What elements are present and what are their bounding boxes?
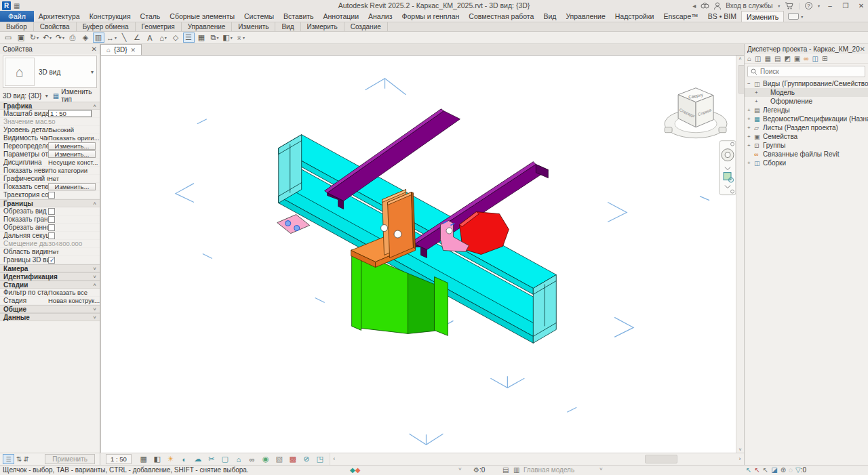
ribbon-tab[interactable]: Вид bbox=[538, 11, 561, 22]
browser-tree-item[interactable]: + ▣ Семейства bbox=[745, 132, 868, 141]
ribbon-panel-label[interactable]: Буфер обмена bbox=[77, 22, 136, 31]
browser-families-icon[interactable]: ◩ bbox=[784, 55, 790, 62]
ribbon-tab[interactable]: Вставить bbox=[279, 11, 319, 22]
model-caret-icon[interactable]: ˅ bbox=[599, 466, 603, 472]
visual-style-icon[interactable]: ◧ bbox=[151, 455, 164, 463]
minimize-button[interactable]: – bbox=[825, 2, 835, 9]
shadows-icon[interactable]: ◐ bbox=[178, 455, 191, 463]
thin-lines-icon[interactable]: ▥ bbox=[93, 33, 104, 43]
ribbon-panel-label[interactable]: Управление bbox=[182, 22, 233, 31]
properties-close-icon[interactable]: ✕ bbox=[92, 45, 97, 53]
properties-filter-icon[interactable]: ☰ bbox=[3, 454, 14, 464]
help-caret-icon[interactable]: ▾ bbox=[818, 3, 820, 8]
browser-tree-item[interactable]: + ▦ Ведомости/Спецификации (Назначение в bbox=[745, 115, 868, 123]
property-value[interactable] bbox=[48, 224, 55, 231]
property-value[interactable]: Несущие конст... bbox=[48, 159, 100, 166]
tree-expand-icon[interactable]: − bbox=[747, 81, 754, 87]
view-scale-button[interactable]: 1 : 50 bbox=[106, 454, 132, 464]
tree-item-label[interactable]: Модель bbox=[770, 89, 795, 96]
communicator-icon[interactable]: ▦ bbox=[14, 1, 20, 10]
instance-selector[interactable]: 3D вид: {3D} bbox=[3, 92, 43, 100]
copy-icon[interactable]: ▦ bbox=[196, 33, 208, 43]
select-links-icon[interactable]: ↖ bbox=[746, 466, 751, 474]
property-value[interactable]: 50 bbox=[48, 118, 100, 125]
ribbon-panel-label[interactable]: Геометрия bbox=[136, 22, 182, 31]
browser-close-icon[interactable]: ✕ bbox=[860, 45, 865, 53]
sort-descending-icon[interactable]: ⇵ bbox=[23, 455, 28, 463]
browser-groups-icon[interactable]: ▣ bbox=[794, 55, 800, 62]
ribbon-tab[interactable]: Надстройки bbox=[610, 11, 659, 22]
property-value[interactable]: Высокий bbox=[48, 126, 100, 133]
reveal-hidden-icon[interactable]: ◉ bbox=[259, 455, 273, 463]
cart-icon[interactable] bbox=[785, 2, 793, 9]
sun-path-icon[interactable]: ☀ bbox=[164, 455, 178, 463]
viewcube[interactable]: Сверху Спереди Справа bbox=[665, 88, 727, 138]
browser-schedules-icon[interactable]: ▦ bbox=[765, 55, 771, 62]
section-chevron-icon[interactable]: ˅ bbox=[93, 266, 96, 272]
browser-expand-icon[interactable]: ⊞ bbox=[822, 55, 827, 62]
scroll-up-icon[interactable]: ˄ bbox=[736, 56, 744, 61]
ribbon-tab[interactable]: Системы bbox=[239, 11, 279, 22]
browser-search[interactable] bbox=[747, 66, 865, 77]
ribbon-tab[interactable]: Совместная работа bbox=[464, 11, 538, 22]
user-interface-icon[interactable]: ◧▾ bbox=[222, 33, 233, 43]
tree-item-label[interactable]: Связанные файлы Revit bbox=[763, 150, 840, 158]
property-section-header[interactable]: Данные˅ bbox=[0, 313, 100, 321]
print-icon[interactable]: ⎙ bbox=[67, 33, 79, 43]
horizontal-scrollbar[interactable]: ‹ › bbox=[330, 453, 744, 465]
sync-icon[interactable]: ↻▾ bbox=[28, 33, 40, 43]
browser-views-icon[interactable]: ◫ bbox=[755, 55, 761, 62]
property-section-header[interactable]: Стадии˄ bbox=[0, 281, 100, 289]
model-3d-scene[interactable]: Сверху Спереди Справа bbox=[101, 56, 744, 453]
browser-tree-item[interactable]: + ◫ Сборки bbox=[745, 159, 868, 167]
tree-item-label[interactable]: Виды (Группирование/Семейство и тип) bbox=[763, 80, 868, 87]
restore-button[interactable]: ❐ bbox=[840, 2, 851, 9]
browser-home-icon[interactable]: ⌂ bbox=[747, 55, 751, 62]
temporary-view-properties-icon[interactable]: ▧ bbox=[273, 455, 286, 463]
section-chevron-icon[interactable]: ˅ bbox=[93, 306, 96, 312]
customize-qat-icon[interactable]: ⌅▾ bbox=[235, 33, 246, 43]
tree-item-label[interactable]: Группы bbox=[763, 142, 785, 149]
edit-type-button[interactable]: Изменить тип bbox=[61, 88, 97, 103]
tree-expand-icon[interactable]: + bbox=[747, 142, 754, 148]
property-value[interactable]: Изменить... bbox=[48, 150, 96, 158]
browser-links-icon[interactable]: ∞ bbox=[804, 55, 808, 62]
type-selector-caret-icon[interactable]: ▾ bbox=[91, 69, 96, 75]
revit-logo-icon[interactable]: R bbox=[2, 1, 11, 10]
ribbon-panel-label[interactable]: Свойства bbox=[34, 22, 77, 31]
tree-item-label[interactable]: Семейства bbox=[763, 133, 797, 140]
link-model-icon[interactable]: ▥ bbox=[513, 466, 519, 474]
browser-tree-item[interactable]: − ◫ Виды (Группирование/Семейство и тип) bbox=[745, 79, 868, 88]
filter-icon[interactable]: ▽:0 bbox=[795, 466, 806, 474]
browser-tree-item[interactable]: + ▱ Листы (Раздел проекта) bbox=[745, 123, 868, 132]
sign-in-label[interactable]: Вход в службы bbox=[726, 2, 772, 9]
tree-expand-icon[interactable]: + bbox=[747, 107, 754, 113]
ribbon-tab[interactable]: Конструкция bbox=[85, 11, 136, 22]
property-value[interactable] bbox=[48, 257, 55, 264]
select-by-face-icon[interactable]: ◪ bbox=[771, 466, 777, 474]
section-chevron-icon[interactable]: ˅ bbox=[93, 274, 96, 280]
scroll-down-icon[interactable]: ˅ bbox=[736, 447, 744, 452]
edit-type-icon[interactable]: ▦ bbox=[53, 92, 59, 100]
redo-icon[interactable]: ↷▾ bbox=[54, 33, 66, 43]
browser-tree-item[interactable]: + ▤ Легенды bbox=[745, 106, 868, 115]
tag-by-category-icon[interactable]: ◇ bbox=[170, 33, 182, 43]
property-value[interactable]: Нет bbox=[48, 175, 100, 182]
tree-item-label[interactable]: Оформление bbox=[770, 98, 812, 105]
ribbon-tab[interactable]: Сборные элементы bbox=[165, 11, 239, 22]
property-value[interactable]: Новая конструк... bbox=[48, 297, 100, 304]
property-value[interactable]: 304800.000 bbox=[48, 240, 100, 247]
property-value[interactable]: Изменить... bbox=[48, 142, 96, 150]
ribbon-panel-label[interactable]: Измерить bbox=[301, 22, 344, 31]
property-section-header[interactable]: Идентификация˅ bbox=[0, 272, 100, 281]
tree-expand-icon[interactable]: + bbox=[747, 125, 754, 131]
default-3d-view-icon[interactable]: ⌂▾ bbox=[157, 33, 169, 43]
tree-item-label[interactable]: Листы (Раздел проекта) bbox=[763, 124, 838, 131]
save-icon[interactable]: ▣ bbox=[16, 33, 27, 43]
search-input[interactable] bbox=[760, 68, 848, 75]
select-pinned-icon[interactable]: ↖ bbox=[763, 466, 768, 474]
horizontal-scroll-thumb[interactable] bbox=[645, 455, 678, 463]
property-section-header[interactable]: Камера˅ bbox=[0, 264, 100, 272]
browser-tree-item[interactable]: + Модель bbox=[745, 88, 868, 97]
browser-tree-item[interactable]: + ⊡ Группы bbox=[745, 141, 868, 150]
